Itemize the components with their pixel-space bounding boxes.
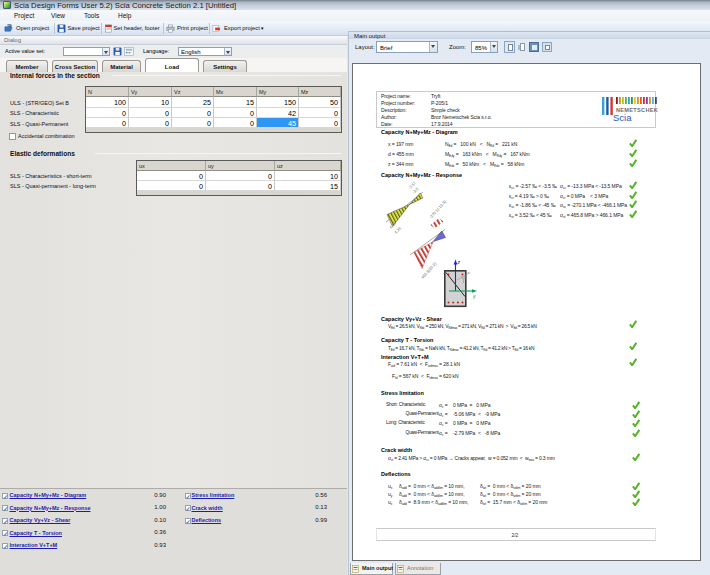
svg-text:*: * <box>468 271 471 277</box>
svg-text:z: z <box>457 259 461 265</box>
svg-text:Scia: Scia <box>613 112 632 123</box>
svg-text:y: y <box>472 293 476 299</box>
svg-text:-270.1(-13.3): -270.1(-13.3) <box>428 199 448 220</box>
